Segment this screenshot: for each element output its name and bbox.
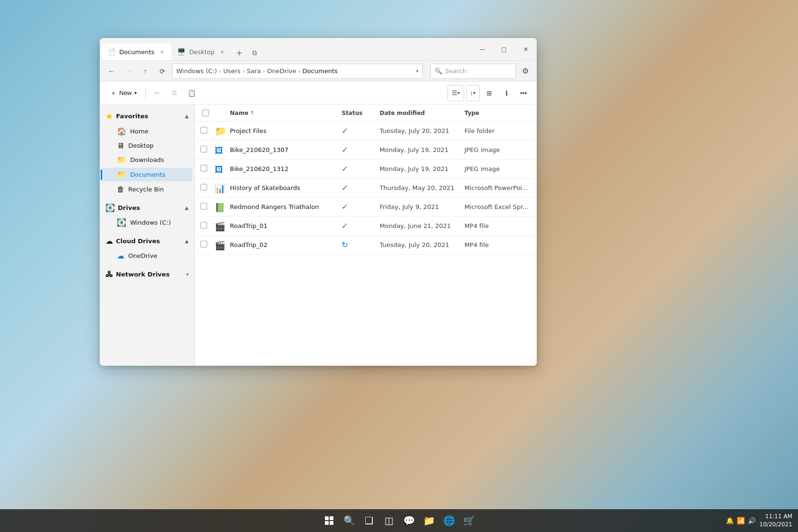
file-date-3: Thursday, May 20, 2021 (378, 184, 462, 191)
forward-button[interactable]: → (121, 64, 136, 79)
file-status-5: ✓ (340, 221, 378, 230)
search-box[interactable]: 🔍 Search (430, 64, 516, 79)
col-header-status[interactable]: Status (340, 110, 378, 116)
table-row[interactable]: 🎬 RoadTrip_01 ✓ Monday, June 21, 2021 MP… (195, 217, 537, 236)
taskbar-clock[interactable]: 11:11 AM 10/20/2021 (760, 513, 792, 529)
table-row[interactable]: 📊 History of Skateboards ✓ Thursday, May… (195, 179, 537, 198)
documents-folder-icon: 📁 (117, 170, 126, 179)
file-explorer-window: 📄 Documents ✕ 🖥️ Desktop ✕ + ⧉ — □ (100, 38, 537, 366)
up-button[interactable]: ↑ (138, 64, 153, 79)
taskbar-right: 🔔 📶 🔊 11:11 AM 10/20/2021 (726, 513, 792, 529)
taskbar-widgets-button[interactable]: ◫ (380, 512, 398, 529)
col-header-checkbox[interactable] (200, 110, 215, 116)
cloud-drives-section-header[interactable]: ☁ Cloud Drives ▲ (100, 234, 194, 248)
minimize-button[interactable]: — (471, 38, 493, 60)
taskbar-edge-button[interactable]: 🌐 (440, 512, 457, 529)
add-tab-button[interactable]: + (232, 45, 247, 60)
back-button[interactable]: ← (104, 64, 119, 79)
sidebar-item-recycle-bin[interactable]: 🗑 Recycle Bin (102, 182, 192, 196)
tab-documents[interactable]: 📄 Documents ✕ (102, 43, 171, 60)
drives-icon: 💽 (105, 203, 115, 212)
window-controls: — □ ✕ (471, 38, 537, 60)
table-row[interactable]: 🎬 RoadTrip_02 ↻ Tuesday, July 20, 2021 M… (195, 236, 537, 255)
row-checkbox-0[interactable] (200, 126, 215, 135)
tab-desktop-label: Desktop (189, 48, 215, 56)
drives-section-header[interactable]: 💽 Drives ▲ (100, 200, 194, 215)
taskbar-date: 10/20/2021 (760, 521, 792, 529)
copy-button[interactable]: ⧉ (167, 86, 182, 101)
file-name-0: Project Files (228, 127, 340, 134)
file-status-4: ✓ (340, 202, 378, 211)
details-button[interactable]: ℹ (499, 86, 514, 101)
svg-rect-1 (330, 516, 333, 520)
sidebar-item-desktop[interactable]: 🖥 Desktop (102, 139, 192, 152)
sidebar-item-downloads[interactable]: 📁 Downloads (102, 153, 192, 167)
taskbar-system-icons[interactable]: 🔔 📶 🔊 (726, 517, 756, 524)
close-button[interactable]: ✕ (515, 38, 537, 60)
settings-icon-button[interactable]: ⚙ (518, 64, 533, 79)
sidebar-item-windows-c-label: Windows (C:) (130, 219, 171, 226)
col-header-name[interactable]: Name ↑ (228, 110, 340, 116)
taskbar-start-button[interactable] (321, 512, 338, 529)
sidebar-item-home-label: Home (130, 128, 148, 135)
drives-chevron-icon: ▲ (185, 205, 189, 210)
tab-documents-close[interactable]: ✕ (158, 48, 166, 56)
file-icon-0: 📁 (215, 125, 228, 137)
taskbar-chat-button[interactable]: 💬 (400, 512, 418, 529)
sidebar-item-documents[interactable]: 📁 Documents (102, 168, 192, 181)
network-drives-section-header[interactable]: 🖧 Network Drives ▾ (100, 267, 194, 282)
refresh-button[interactable]: ⟳ (155, 64, 170, 79)
network-drives-icon: 🖧 (105, 270, 113, 279)
row-checkbox-4[interactable] (200, 202, 215, 211)
tab-documents-label: Documents (119, 48, 154, 56)
new-button[interactable]: ＋ New ▾ (105, 86, 142, 101)
table-row[interactable]: 📗 Redmond Rangers Triathalon ✓ Friday, J… (195, 198, 537, 217)
main-content: ★ Favorites ▲ 🏠 Home 🖥 Desktop 📁 Downloa… (100, 104, 537, 366)
row-checkbox-1[interactable] (200, 145, 215, 154)
taskbar-store-button[interactable]: 🛒 (460, 512, 477, 529)
tab-desktop[interactable]: 🖥️ Desktop ✕ (171, 43, 232, 60)
file-icon-2: 🖼 (215, 163, 228, 175)
row-checkbox-6[interactable] (200, 240, 215, 249)
sidebar-item-onedrive[interactable]: ☁ OneDrive (102, 249, 192, 263)
sort-button[interactable]: ↕ ▾ (466, 86, 480, 101)
taskbar-taskview-button[interactable]: ❑ (361, 512, 378, 529)
tab-documents-icon: 📄 (107, 48, 115, 56)
view-button[interactable]: ☰ ▾ (448, 86, 464, 101)
file-date-6: Tuesday, July 20, 2021 (378, 241, 462, 248)
address-bar[interactable]: Windows (C:) › Users › Sara › OneDrive ›… (172, 64, 423, 79)
view-group: ☰ ▾ (447, 85, 464, 101)
paste-button[interactable]: 📋 (184, 86, 199, 101)
taskbar-search-button[interactable]: 🔍 (341, 512, 358, 529)
wifi-icon: 📶 (737, 517, 745, 524)
file-type-3: Microsoft PowerPoi... (463, 184, 531, 191)
taskbar-explorer-button[interactable]: 📁 (420, 512, 437, 529)
more-button[interactable]: ••• (516, 86, 531, 101)
file-pane: Name ↑ Status Date modified Type (195, 104, 537, 366)
col-header-type[interactable]: Type (463, 110, 531, 116)
row-checkbox-5[interactable] (200, 221, 215, 230)
sidebar-item-windows-c[interactable]: 💽 Windows (C:) (102, 216, 192, 229)
layout-button[interactable]: ⊞ (482, 86, 497, 101)
file-type-2: JPEG image (463, 165, 531, 172)
col-header-date[interactable]: Date modified (378, 110, 462, 116)
tab-stack-button[interactable]: ⧉ (247, 45, 262, 60)
table-row[interactable]: 🖼 Bike_210620_1307 ✓ Monday, July 19, 20… (195, 141, 537, 160)
favorites-chevron-icon: ▲ (185, 114, 189, 119)
cut-button[interactable]: ✂ (150, 86, 165, 101)
table-row[interactable]: 🖼 Bike_210620_1312 ✓ Monday, July 19, 20… (195, 160, 537, 179)
close-icon: ✕ (523, 46, 528, 53)
sidebar-item-home[interactable]: 🏠 Home (102, 124, 192, 138)
file-icon-4: 📗 (215, 201, 228, 213)
table-row[interactable]: 📁 Project Files ✓ Tuesday, July 20, 2021… (195, 122, 537, 141)
new-chevron-icon: ▾ (134, 90, 137, 95)
tab-desktop-icon: 🖥️ (177, 48, 185, 56)
row-checkbox-2[interactable] (200, 164, 215, 173)
maximize-button[interactable]: □ (493, 38, 515, 60)
row-checkbox-3[interactable] (200, 183, 215, 192)
recycle-bin-icon: 🗑 (117, 185, 124, 194)
favorites-section-header[interactable]: ★ Favorites ▲ (100, 108, 194, 124)
tab-desktop-close[interactable]: ✕ (218, 48, 226, 56)
new-plus-icon: ＋ (110, 89, 116, 97)
file-name-4: Redmond Rangers Triathalon (228, 203, 340, 210)
